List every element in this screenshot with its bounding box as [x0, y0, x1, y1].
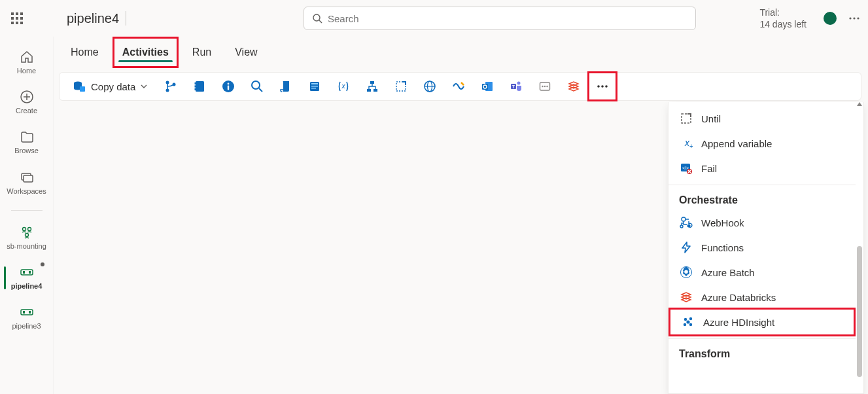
- svg-rect-43: [311, 83, 318, 84]
- svg-point-20: [27, 227, 31, 230]
- rail-item-browse[interactable]: Browse: [4, 126, 50, 159]
- dropdown-scrollbar[interactable]: [857, 102, 862, 393]
- rail-item-home[interactable]: Home: [4, 46, 50, 79]
- svg-point-38: [228, 83, 230, 85]
- globe-icon: [423, 80, 436, 93]
- tb-databricks[interactable]: [562, 75, 585, 98]
- app-launcher-button[interactable]: [8, 9, 26, 27]
- svg-point-80: [689, 317, 692, 320]
- scroll-up-arrow-icon: [857, 102, 862, 106]
- svg-point-59: [517, 82, 521, 85]
- dd-item-webhook[interactable]: WebHook: [668, 210, 856, 235]
- svg-point-21: [25, 233, 28, 236]
- dd-item-azure-databricks[interactable]: Azure Databricks: [668, 285, 856, 310]
- home-icon: [20, 50, 34, 64]
- dd-item-azure-hdinsight[interactable]: Azure HDInsight: [668, 308, 856, 336]
- tb-kql[interactable]: [533, 75, 557, 98]
- tb-dataflow[interactable]: [360, 75, 384, 98]
- svg-point-65: [602, 85, 604, 88]
- tab-run[interactable]: Run: [188, 40, 215, 65]
- blueprint-icon: [394, 80, 408, 93]
- dd-header-orchestrate: Orchestrate: [668, 185, 856, 210]
- rail-item-create[interactable]: Create: [4, 86, 50, 119]
- svg-rect-0: [11, 12, 14, 15]
- more-highlight: [587, 71, 617, 101]
- svg-rect-33: [196, 81, 204, 92]
- dd-item-azure-batch[interactable]: Azure Batch: [668, 260, 856, 285]
- tb-script[interactable]: [274, 75, 298, 98]
- svg-point-73: [682, 217, 686, 221]
- dd-item-fail[interactable]: </> Fail: [668, 156, 856, 181]
- scrollbar-thumb[interactable]: [857, 246, 862, 377]
- outlook-icon: [481, 80, 494, 93]
- dd-item-append-variable[interactable]: x+ Append variable: [668, 131, 856, 156]
- until-icon: [679, 111, 693, 126]
- copy-data-icon: [73, 80, 86, 93]
- activities-toolbar: Copy data: [59, 72, 861, 101]
- tb-web[interactable]: [418, 75, 442, 98]
- rail-item-pipeline4[interactable]: pipeline4: [4, 261, 50, 295]
- dropdown-scroll[interactable]: Until x+ Append variable </> Fail Orches…: [668, 102, 856, 393]
- tb-set-variable[interactable]: x: [332, 75, 355, 98]
- svg-rect-1: [16, 12, 18, 15]
- activities-more-dropdown: Until x+ Append variable </> Fail Orches…: [668, 102, 864, 394]
- tab-home[interactable]: Home: [67, 40, 103, 65]
- tb-teams[interactable]: T: [504, 75, 528, 98]
- databricks-icon: [567, 80, 580, 93]
- functions-icon: [679, 240, 693, 255]
- dataverse-icon: [452, 80, 465, 93]
- pipeline-icon: [20, 305, 34, 319]
- tb-branch[interactable]: [159, 75, 182, 98]
- tb-info[interactable]: [217, 75, 240, 98]
- search-input[interactable]: [328, 13, 687, 24]
- chevron-down-icon: [141, 83, 147, 90]
- script-icon: [279, 80, 292, 93]
- dd-label: WebHook: [701, 217, 744, 228]
- rail-label: pipeline4: [11, 282, 43, 291]
- svg-rect-8: [20, 22, 23, 24]
- rail-separator: [11, 210, 43, 211]
- tb-notebook[interactable]: [188, 75, 211, 98]
- rail-item-sb-mounting[interactable]: sb-mounting: [4, 221, 50, 255]
- tb-stored-proc[interactable]: [303, 75, 326, 98]
- info-icon: [222, 80, 235, 93]
- tb-dataverse[interactable]: [447, 75, 470, 98]
- dd-item-functions[interactable]: Functions: [668, 235, 856, 260]
- rail-label: Browse: [14, 147, 39, 155]
- avatar[interactable]: [824, 12, 837, 25]
- webhook-icon: [679, 215, 693, 230]
- svg-point-82: [689, 323, 692, 326]
- dd-label: Azure HDInsight: [703, 317, 774, 328]
- svg-rect-23: [23, 271, 25, 274]
- svg-rect-27: [29, 311, 31, 313]
- toolbar-more-button[interactable]: [591, 75, 614, 98]
- tab-view[interactable]: View: [231, 40, 261, 65]
- search-box[interactable]: [304, 7, 696, 30]
- header-more-button[interactable]: [848, 12, 860, 24]
- svg-point-79: [684, 318, 687, 321]
- rail-label: pipeline3: [12, 322, 41, 331]
- tb-delete[interactable]: [389, 75, 413, 98]
- copy-data-button[interactable]: Copy data: [66, 75, 154, 98]
- rail-item-pipeline3[interactable]: pipeline3: [4, 301, 50, 334]
- tb-outlook[interactable]: [476, 75, 499, 98]
- svg-point-81: [684, 323, 686, 326]
- svg-point-83: [686, 320, 689, 323]
- tb-lookup[interactable]: [245, 75, 269, 98]
- trial-status: Trial: 14 days left: [759, 7, 807, 30]
- svg-point-12: [853, 17, 855, 19]
- rail-item-workspaces[interactable]: Workspaces: [4, 166, 50, 200]
- svg-rect-39: [228, 86, 229, 90]
- card-icon: [538, 80, 551, 93]
- browse-icon: [20, 130, 34, 144]
- svg-rect-24: [29, 271, 31, 274]
- more-icon: [596, 80, 609, 93]
- dd-item-until[interactable]: Until: [668, 106, 856, 131]
- svg-rect-34: [195, 82, 196, 84]
- svg-rect-25: [21, 310, 33, 315]
- svg-rect-47: [370, 81, 374, 84]
- append-variable-icon: x+: [679, 136, 693, 151]
- tab-activities[interactable]: Activities: [118, 40, 173, 65]
- variable-icon: x: [337, 80, 350, 93]
- svg-rect-67: [682, 114, 691, 123]
